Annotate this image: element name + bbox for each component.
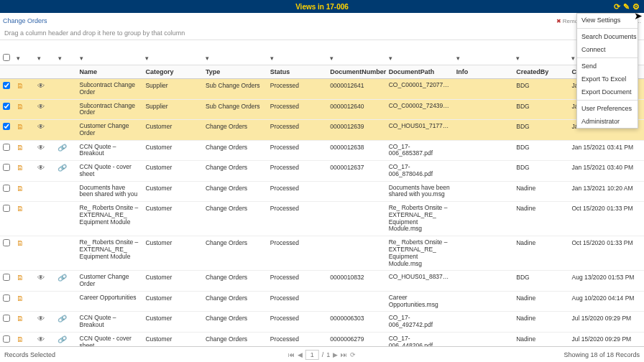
group-by-hint[interactable]: Drag a column header and drop it here to… — [0, 27, 644, 40]
eye-icon[interactable]: 👁 — [37, 335, 45, 343]
row-checkbox[interactable] — [3, 185, 10, 192]
last-page-icon[interactable]: ⏭ — [341, 351, 347, 358]
column-header[interactable]: CreatedBy — [513, 65, 569, 79]
cell-created-by: Nadine — [513, 332, 569, 346]
eye-icon[interactable]: 👁 — [37, 123, 45, 131]
attachment-icon[interactable]: 🔗 — [58, 335, 68, 344]
cell-category: Customer — [142, 181, 203, 202]
column-header[interactable]: DocumentNumber — [327, 65, 385, 79]
breadcrumb[interactable]: Change Orders — [3, 17, 47, 24]
cell-name: Re_ Roberts Onsite – EXTERNAL_RE_ Equipm… — [77, 202, 143, 236]
table-row[interactable]: 🗎Re_ Roberts Onsite – EXTERNAL_RE_ Equip… — [0, 202, 644, 236]
filter-icon[interactable]: ▾ — [80, 55, 83, 62]
menu-item[interactable]: Search Documents — [577, 30, 638, 43]
menu-item[interactable]: Export Document — [577, 85, 638, 98]
row-checkbox[interactable] — [3, 164, 10, 171]
cell-created-by: BDG — [513, 79, 569, 100]
table-row[interactable]: 🗎👁🔗Customer Change OrderCustomerChange O… — [0, 271, 644, 292]
row-checkbox[interactable] — [3, 123, 10, 130]
table-row[interactable]: 🗎👁Subcontract Change OrderSupplierSub Ch… — [0, 79, 644, 100]
row-checkbox[interactable] — [3, 103, 10, 110]
eye-icon[interactable]: 👁 — [37, 164, 45, 172]
cell-attach-icon — [55, 181, 76, 202]
cell-type: Sub Change Orders — [203, 79, 267, 100]
select-all-checkbox[interactable] — [3, 54, 10, 61]
row-checkbox[interactable] — [3, 315, 10, 322]
eye-icon[interactable]: 👁 — [37, 103, 45, 111]
eye-icon[interactable]: 👁 — [37, 144, 45, 152]
row-checkbox[interactable] — [3, 82, 10, 89]
filter-icon[interactable]: ▾ — [456, 55, 460, 62]
filter-icon[interactable]: ▾ — [206, 55, 209, 62]
column-header[interactable] — [0, 65, 14, 79]
filter-icon[interactable]: ▾ — [516, 55, 520, 62]
row-checkbox[interactable] — [3, 335, 10, 343]
table-row[interactable]: 🗎👁🔗CCN Quote - cover sheetCustomerChange… — [0, 332, 644, 346]
table-row[interactable]: 🗎👁🔗CCN Quote – BreakoutCustomerChange Or… — [0, 140, 644, 161]
table-row[interactable]: 🗎👁Customer Change OrderCustomerChange Or… — [0, 120, 644, 141]
column-header[interactable] — [14, 65, 34, 79]
filter-icon[interactable]: ▾ — [389, 55, 392, 62]
table-row[interactable]: 🗎Documents have been shared with youCust… — [0, 181, 644, 202]
table-row[interactable]: 🗎👁🔗CCN Quote – BreakoutCustomerChange Or… — [0, 312, 644, 333]
header-row: NameCategoryTypeStatusDocumentNumberDocu… — [0, 65, 644, 79]
refresh-icon[interactable]: ⟳ — [614, 2, 620, 11]
table-row[interactable]: 🗎👁🔗CCN Quote - cover sheetCustomerChange… — [0, 161, 644, 182]
attachment-icon[interactable]: 🔗 — [58, 314, 68, 323]
page-input[interactable]: 1 — [305, 350, 319, 360]
column-header[interactable]: DocumentPath — [386, 65, 454, 79]
menu-item[interactable]: Administrator — [577, 115, 638, 128]
row-checkbox[interactable] — [3, 239, 10, 246]
total-pages: 1 — [326, 351, 330, 358]
column-header[interactable] — [55, 65, 76, 79]
first-page-icon[interactable]: ⏮ — [288, 351, 295, 358]
filter-icon[interactable]: ▾ — [270, 55, 274, 62]
column-header[interactable]: Category — [142, 65, 203, 79]
eye-icon[interactable]: 👁 — [37, 315, 45, 322]
column-header[interactable]: Status — [267, 65, 328, 79]
menu-item[interactable]: User Preferences — [577, 102, 638, 115]
cell-checkbox — [0, 332, 14, 346]
attachment-icon[interactable]: 🔗 — [58, 273, 68, 282]
document-icon: 🗎 — [17, 185, 24, 192]
document-icon: 🗎 — [17, 239, 24, 247]
table-row[interactable]: 🗎Career OpportunitiesCustomerChange Orde… — [0, 291, 644, 312]
eye-icon[interactable]: 👁 — [37, 274, 45, 282]
filter-icon[interactable]: ▾ — [37, 55, 41, 62]
cell-created-by: BDG — [513, 271, 569, 292]
title-bar: Views in 17-006 ⟳ ✎ ⚙ — [0, 0, 644, 13]
eye-icon[interactable]: 👁 — [37, 82, 45, 90]
next-page-icon[interactable]: ▶ — [333, 351, 338, 358]
column-header[interactable] — [34, 65, 55, 79]
cell-checkbox — [0, 312, 14, 333]
attachment-icon[interactable]: 🔗 — [58, 143, 68, 152]
row-checkbox[interactable] — [3, 144, 10, 151]
cell-checkbox — [0, 291, 14, 312]
row-checkbox[interactable] — [3, 294, 10, 302]
document-icon: 🗎 — [17, 274, 24, 282]
menu-icon[interactable]: ⚙ — [632, 2, 640, 11]
filter-icon[interactable]: ▾ — [17, 55, 20, 62]
prev-page-icon[interactable]: ◀ — [298, 351, 303, 358]
cell-view-icon: 👁 — [34, 140, 55, 161]
menu-item[interactable]: View Settings — [577, 14, 638, 27]
settings-dropdown[interactable]: View SettingsSearch DocumentsConnectSend… — [576, 13, 638, 129]
menu-item[interactable]: Connect — [577, 43, 638, 56]
column-header[interactable]: Name — [77, 65, 143, 79]
table-row[interactable]: 🗎👁Subcontract Change OrderSupplierSub Ch… — [0, 99, 644, 120]
filter-icon[interactable]: ▾ — [58, 55, 62, 62]
attachment-icon[interactable]: 🔗 — [58, 163, 68, 172]
table-row[interactable]: 🗎Re_ Roberts Onsite – EXTERNAL_RE_ Equip… — [0, 236, 644, 271]
refresh-pager-icon[interactable]: ⟳ — [350, 351, 356, 358]
filter-icon[interactable]: ▾ — [145, 55, 149, 62]
edit-icon[interactable]: ✎ — [623, 2, 630, 11]
row-checkbox[interactable] — [3, 205, 10, 212]
filter-icon[interactable]: ▾ — [330, 55, 334, 62]
menu-item[interactable]: Send — [577, 60, 638, 73]
column-header[interactable]: Info — [454, 65, 514, 79]
cell-view-icon: 👁 — [34, 79, 55, 100]
filter-icon[interactable]: ▾ — [571, 55, 575, 62]
menu-item[interactable]: Export To Excel — [577, 73, 638, 85]
row-checkbox[interactable] — [3, 274, 10, 281]
column-header[interactable]: Type — [203, 65, 267, 79]
